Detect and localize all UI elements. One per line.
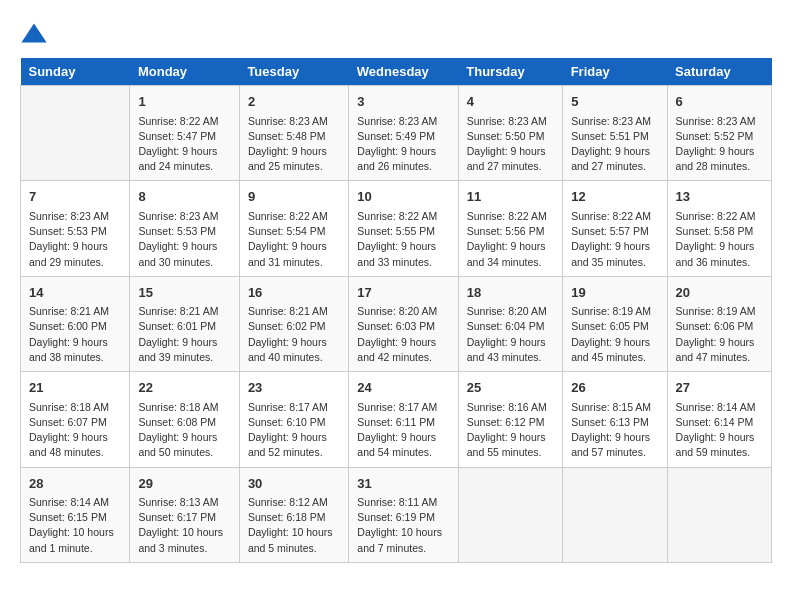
header-cell-wednesday: Wednesday [349,58,458,86]
header-cell-tuesday: Tuesday [239,58,348,86]
week-row-4: 21Sunrise: 8:18 AM Sunset: 6:07 PM Dayli… [21,372,772,467]
day-info: Sunrise: 8:23 AM Sunset: 5:49 PM Dayligh… [357,114,449,175]
day-number: 31 [357,474,449,494]
calendar-cell: 22Sunrise: 8:18 AM Sunset: 6:08 PM Dayli… [130,372,239,467]
day-info: Sunrise: 8:17 AM Sunset: 6:11 PM Dayligh… [357,400,449,461]
day-info: Sunrise: 8:18 AM Sunset: 6:07 PM Dayligh… [29,400,121,461]
day-info: Sunrise: 8:21 AM Sunset: 6:01 PM Dayligh… [138,304,230,365]
day-info: Sunrise: 8:19 AM Sunset: 6:06 PM Dayligh… [676,304,763,365]
day-number: 25 [467,378,554,398]
day-info: Sunrise: 8:23 AM Sunset: 5:52 PM Dayligh… [676,114,763,175]
day-number: 2 [248,92,340,112]
day-info: Sunrise: 8:22 AM Sunset: 5:55 PM Dayligh… [357,209,449,270]
day-number: 28 [29,474,121,494]
svg-marker-0 [21,24,46,43]
day-info: Sunrise: 8:17 AM Sunset: 6:10 PM Dayligh… [248,400,340,461]
day-number: 13 [676,187,763,207]
day-number: 8 [138,187,230,207]
calendar-cell: 10Sunrise: 8:22 AM Sunset: 5:55 PM Dayli… [349,181,458,276]
day-number: 21 [29,378,121,398]
calendar-cell: 3Sunrise: 8:23 AM Sunset: 5:49 PM Daylig… [349,86,458,181]
day-info: Sunrise: 8:21 AM Sunset: 6:00 PM Dayligh… [29,304,121,365]
day-info: Sunrise: 8:15 AM Sunset: 6:13 PM Dayligh… [571,400,658,461]
day-number: 17 [357,283,449,303]
calendar-cell: 18Sunrise: 8:20 AM Sunset: 6:04 PM Dayli… [458,276,562,371]
day-number: 18 [467,283,554,303]
day-info: Sunrise: 8:20 AM Sunset: 6:04 PM Dayligh… [467,304,554,365]
day-info: Sunrise: 8:11 AM Sunset: 6:19 PM Dayligh… [357,495,449,556]
day-number: 19 [571,283,658,303]
page-header [20,20,772,48]
day-number: 16 [248,283,340,303]
day-info: Sunrise: 8:23 AM Sunset: 5:51 PM Dayligh… [571,114,658,175]
calendar-cell: 31Sunrise: 8:11 AM Sunset: 6:19 PM Dayli… [349,467,458,562]
week-row-5: 28Sunrise: 8:14 AM Sunset: 6:15 PM Dayli… [21,467,772,562]
calendar-cell: 25Sunrise: 8:16 AM Sunset: 6:12 PM Dayli… [458,372,562,467]
calendar-cell: 28Sunrise: 8:14 AM Sunset: 6:15 PM Dayli… [21,467,130,562]
logo-icon [20,20,48,48]
week-row-1: 1Sunrise: 8:22 AM Sunset: 5:47 PM Daylig… [21,86,772,181]
header-row: SundayMondayTuesdayWednesdayThursdayFrid… [21,58,772,86]
day-info: Sunrise: 8:23 AM Sunset: 5:50 PM Dayligh… [467,114,554,175]
calendar-cell: 7Sunrise: 8:23 AM Sunset: 5:53 PM Daylig… [21,181,130,276]
calendar-cell: 11Sunrise: 8:22 AM Sunset: 5:56 PM Dayli… [458,181,562,276]
header-cell-sunday: Sunday [21,58,130,86]
day-info: Sunrise: 8:22 AM Sunset: 5:57 PM Dayligh… [571,209,658,270]
calendar-cell: 2Sunrise: 8:23 AM Sunset: 5:48 PM Daylig… [239,86,348,181]
day-number: 11 [467,187,554,207]
day-info: Sunrise: 8:12 AM Sunset: 6:18 PM Dayligh… [248,495,340,556]
calendar-cell [563,467,667,562]
calendar-cell: 14Sunrise: 8:21 AM Sunset: 6:00 PM Dayli… [21,276,130,371]
day-number: 15 [138,283,230,303]
calendar-cell: 16Sunrise: 8:21 AM Sunset: 6:02 PM Dayli… [239,276,348,371]
week-row-3: 14Sunrise: 8:21 AM Sunset: 6:00 PM Dayli… [21,276,772,371]
calendar-cell: 13Sunrise: 8:22 AM Sunset: 5:58 PM Dayli… [667,181,771,276]
day-number: 29 [138,474,230,494]
week-row-2: 7Sunrise: 8:23 AM Sunset: 5:53 PM Daylig… [21,181,772,276]
calendar-cell: 9Sunrise: 8:22 AM Sunset: 5:54 PM Daylig… [239,181,348,276]
calendar-cell: 27Sunrise: 8:14 AM Sunset: 6:14 PM Dayli… [667,372,771,467]
day-number: 23 [248,378,340,398]
day-number: 20 [676,283,763,303]
day-number: 7 [29,187,121,207]
day-info: Sunrise: 8:22 AM Sunset: 5:54 PM Dayligh… [248,209,340,270]
day-number: 6 [676,92,763,112]
calendar-cell: 20Sunrise: 8:19 AM Sunset: 6:06 PM Dayli… [667,276,771,371]
day-info: Sunrise: 8:22 AM Sunset: 5:47 PM Dayligh… [138,114,230,175]
header-cell-saturday: Saturday [667,58,771,86]
calendar-cell: 26Sunrise: 8:15 AM Sunset: 6:13 PM Dayli… [563,372,667,467]
day-info: Sunrise: 8:19 AM Sunset: 6:05 PM Dayligh… [571,304,658,365]
calendar-cell: 19Sunrise: 8:19 AM Sunset: 6:05 PM Dayli… [563,276,667,371]
day-info: Sunrise: 8:20 AM Sunset: 6:03 PM Dayligh… [357,304,449,365]
day-number: 14 [29,283,121,303]
day-number: 27 [676,378,763,398]
calendar-cell: 1Sunrise: 8:22 AM Sunset: 5:47 PM Daylig… [130,86,239,181]
calendar-cell: 30Sunrise: 8:12 AM Sunset: 6:18 PM Dayli… [239,467,348,562]
day-number: 1 [138,92,230,112]
logo [20,20,52,48]
day-number: 22 [138,378,230,398]
day-info: Sunrise: 8:23 AM Sunset: 5:53 PM Dayligh… [138,209,230,270]
calendar-cell: 29Sunrise: 8:13 AM Sunset: 6:17 PM Dayli… [130,467,239,562]
calendar-cell: 8Sunrise: 8:23 AM Sunset: 5:53 PM Daylig… [130,181,239,276]
day-number: 26 [571,378,658,398]
day-info: Sunrise: 8:16 AM Sunset: 6:12 PM Dayligh… [467,400,554,461]
calendar-cell [21,86,130,181]
day-number: 5 [571,92,658,112]
calendar-cell: 6Sunrise: 8:23 AM Sunset: 5:52 PM Daylig… [667,86,771,181]
calendar-cell: 17Sunrise: 8:20 AM Sunset: 6:03 PM Dayli… [349,276,458,371]
header-cell-friday: Friday [563,58,667,86]
day-info: Sunrise: 8:18 AM Sunset: 6:08 PM Dayligh… [138,400,230,461]
calendar-cell: 15Sunrise: 8:21 AM Sunset: 6:01 PM Dayli… [130,276,239,371]
header-cell-thursday: Thursday [458,58,562,86]
header-cell-monday: Monday [130,58,239,86]
calendar-cell: 12Sunrise: 8:22 AM Sunset: 5:57 PM Dayli… [563,181,667,276]
day-number: 24 [357,378,449,398]
day-info: Sunrise: 8:14 AM Sunset: 6:15 PM Dayligh… [29,495,121,556]
calendar-table: SundayMondayTuesdayWednesdayThursdayFrid… [20,58,772,563]
day-info: Sunrise: 8:23 AM Sunset: 5:53 PM Dayligh… [29,209,121,270]
calendar-cell: 5Sunrise: 8:23 AM Sunset: 5:51 PM Daylig… [563,86,667,181]
day-info: Sunrise: 8:23 AM Sunset: 5:48 PM Dayligh… [248,114,340,175]
calendar-cell: 21Sunrise: 8:18 AM Sunset: 6:07 PM Dayli… [21,372,130,467]
day-number: 3 [357,92,449,112]
